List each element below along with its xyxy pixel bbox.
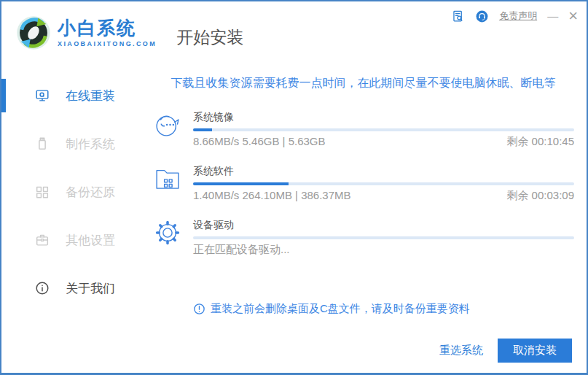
mascot-face-icon xyxy=(152,109,183,140)
header-actions: 免责声明 — × xyxy=(451,8,578,24)
sidebar-item-other-settings[interactable]: 其他设置 xyxy=(1,216,140,264)
brand-block: 小白系统 XIAOBAIXITONG.COM xyxy=(58,18,157,47)
sidebar-item-about-us[interactable]: 关于我们 xyxy=(1,264,140,312)
customer-service-icon[interactable] xyxy=(475,9,489,23)
app-logo-icon xyxy=(15,14,52,52)
task-remaining-time: 剩余 00:03:09 xyxy=(506,189,574,203)
task-row-system-software: 系统软件 1.40MB/s 264.10MB | 386.37MB 剩余 00:… xyxy=(152,163,574,203)
progress-fill xyxy=(193,128,212,131)
backup-warning-text: 重装之前会删除桌面及C盘文件，请及时备份重要资料 xyxy=(211,302,470,316)
disclaimer-link[interactable]: 免责声明 xyxy=(499,9,537,23)
footer-actions: 重选系统 取消安装 xyxy=(439,339,572,363)
task-name: 系统镜像 xyxy=(193,109,574,124)
sidebar-item-online-reinstall[interactable]: 在线重装 xyxy=(1,71,140,120)
progress-fill xyxy=(193,182,289,185)
progress-bar xyxy=(193,236,574,239)
task-status-text: 正在匹配设备驱动... xyxy=(193,243,290,257)
gear-icon xyxy=(152,217,183,248)
cancel-install-button[interactable]: 取消安装 xyxy=(498,339,572,363)
sidebar-item-label: 其他设置 xyxy=(66,232,115,249)
task-name: 系统软件 xyxy=(193,163,574,178)
task-name: 设备驱动 xyxy=(193,217,574,232)
briefcase-icon xyxy=(34,232,50,248)
computer-monitor-icon xyxy=(34,88,50,104)
task-speed-stats: 1.40MB/s 264.10MB | 386.37MB xyxy=(193,189,351,203)
alert-circle-icon xyxy=(193,303,205,315)
brand-name: 小白系统 xyxy=(58,18,157,37)
minimize-button[interactable]: — xyxy=(547,10,558,23)
sidebar-item-label: 关于我们 xyxy=(66,280,115,297)
sidebar: 在线重装 制作系统 备份还原 xyxy=(1,64,140,373)
reselect-system-button[interactable]: 重选系统 xyxy=(439,344,483,357)
sidebar-item-label: 制作系统 xyxy=(66,136,115,152)
header: 小白系统 XIAOBAIXITONG.COM 开始安装 免责声明 — × xyxy=(1,1,587,64)
progress-bar xyxy=(193,128,574,131)
task-speed-stats: 8.66MB/s 5.46GB | 5.63GB xyxy=(193,135,326,149)
task-row-system-image: 系统镜像 8.66MB/s 5.46GB | 5.63GB 剩余 00:10:4… xyxy=(152,109,574,149)
page-title: 开始安装 xyxy=(176,26,243,49)
download-notice: 下载且收集资源需要耗费一点时间，在此期间尽量不要使电脑休眠、断电等 xyxy=(152,76,574,91)
backup-blocks-icon xyxy=(34,184,50,200)
app-window: 小白系统 XIAOBAIXITONG.COM 开始安装 免责声明 — × xyxy=(0,0,588,375)
sidebar-item-backup-restore[interactable]: 备份还原 xyxy=(1,168,140,216)
sidebar-item-make-system[interactable]: 制作系统 xyxy=(1,120,140,168)
backup-warning-note: 重装之前会删除桌面及C盘文件，请及时备份重要资料 xyxy=(193,302,574,316)
sidebar-item-label: 在线重装 xyxy=(66,88,115,104)
progress-bar xyxy=(193,182,574,185)
body: 在线重装 制作系统 备份还原 xyxy=(1,64,587,373)
document-search-icon[interactable] xyxy=(451,9,465,23)
info-circle-icon xyxy=(34,280,50,296)
brand-domain: XIAOBAIXITONG.COM xyxy=(58,40,157,47)
close-button[interactable]: × xyxy=(568,8,578,24)
usb-drive-icon xyxy=(34,136,50,152)
sidebar-item-label: 备份还原 xyxy=(66,184,115,201)
software-folder-icon xyxy=(152,163,183,194)
task-remaining-time: 剩余 00:10:45 xyxy=(506,135,574,149)
task-row-device-drivers: 设备驱动 正在匹配设备驱动... xyxy=(152,217,574,257)
main-panel: 下载且收集资源需要耗费一点时间，在此期间尽量不要使电脑休眠、断电等 系统镜像 xyxy=(140,64,587,373)
